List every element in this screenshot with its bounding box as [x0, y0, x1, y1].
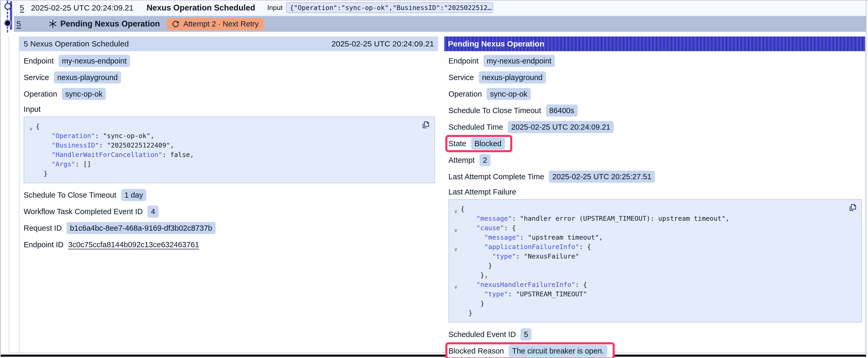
field-row-endpoint-id: Endpoint ID3c0c75ccfa8144b092c13ce632463… — [24, 238, 437, 251]
copy-icon — [421, 120, 430, 130]
field-row-scheduled-event-id: Scheduled Event ID5 — [448, 328, 864, 340]
code-gutter — [451, 301, 461, 311]
field-label-endpoint-id: Endpoint ID — [24, 240, 64, 249]
field-label-last-attempt-complete-time: Last Attempt Complete Time — [448, 172, 544, 181]
collapse-chevron-icon[interactable]: ∨ — [451, 226, 461, 235]
code-text: "Args": [] — [36, 160, 91, 169]
code-text: "BusinessID": "20250225122409", — [36, 141, 174, 150]
field-label-scheduled-event-id: Scheduled Event ID — [448, 330, 516, 339]
code-line: ∨ "cause": { — [451, 223, 856, 233]
field-row-endpoint: Endpointmy-nexus-endpoint — [448, 55, 864, 67]
field-label-attempt: Attempt — [448, 156, 475, 165]
field-label-workflow-task-completed-event-id: Workflow Task Completed Event ID — [24, 207, 143, 216]
code-text: "message": "upstream timeout", — [461, 233, 603, 242]
code-text: { — [36, 122, 40, 131]
pending-panel-header: Pending Nexus Operation — [444, 36, 865, 51]
scheduled-panel-header: 5 Nexus Operation Scheduled 2025-02-25 U… — [20, 36, 438, 51]
code-text: "Operation": "sync-op-ok", — [36, 131, 154, 141]
code-text: "HandlerWaitForCancellation": false, — [36, 150, 194, 160]
copy-icon — [848, 203, 857, 212]
code-text: }, — [461, 270, 488, 280]
event-timestamp: 2025-02-25 UTC 20:24:09.21 — [31, 3, 133, 12]
field-value-badge-workflow-task-completed-event-id: 4 — [147, 205, 158, 218]
field-label-service: Service — [24, 73, 49, 82]
code-line: } — [451, 261, 856, 270]
field-label-operation: Operation — [24, 90, 57, 98]
code-line: "message": "handler error (UPSTREAM_TIME… — [451, 214, 856, 223]
code-line: "message": "upstream timeout", — [451, 233, 856, 242]
field-value-badge-schedule-to-close-timeout: 86400s — [546, 104, 578, 117]
code-gutter — [26, 162, 36, 171]
code-text: "type": "UPSTREAM_TIMEOUT" — [461, 290, 587, 299]
field-label-operation: Operation — [448, 90, 482, 98]
field-value-badge-request-id: b1c6a4bc-8ee7-468a-9169-df3b02c8737b — [66, 222, 216, 234]
json-code-block: ∨{ "Operation": "sync-op-ok", "BusinessI… — [24, 117, 435, 183]
copy-button[interactable] — [421, 120, 430, 130]
code-text: "applicationFailureInfo": { — [461, 242, 591, 252]
copy-button[interactable] — [848, 203, 857, 213]
code-gutter — [451, 311, 461, 320]
field-value-badge-service: nexus-playground — [54, 71, 121, 84]
code-gutter — [26, 134, 36, 143]
code-text: "message": "handler error (UPSTREAM_TIME… — [461, 214, 730, 223]
timeline-event-marker-open — [4, 3, 11, 10]
code-gutter — [451, 292, 461, 301]
field-row-operation: Operationsync-op-ok — [448, 88, 864, 100]
pending-panel-fields: Endpointmy-nexus-endpointServicenexus-pl… — [444, 51, 865, 358]
timeline-event-marker-current — [5, 21, 10, 26]
field-value-badge-schedule-to-close-timeout: 1 day — [121, 189, 147, 201]
scheduled-panel-title: 5 Nexus Operation Scheduled — [24, 39, 129, 48]
field-value-badge-operation: sync-op-ok — [62, 88, 106, 100]
code-line: ∨ "applicationFailureInfo": { — [451, 242, 856, 252]
field-label-schedule-to-close-timeout: Schedule To Close Timeout — [24, 191, 116, 199]
field-value-badge-blocked-reason: The circuit breaker is open. — [508, 345, 608, 357]
code-line: "type": "UPSTREAM_TIMEOUT" — [451, 290, 856, 299]
event-row-nexus-operation-scheduled[interactable]: 5 2025-02-25 UTC 20:24:09.21 Nexus Opera… — [14, 1, 867, 15]
event-title: Pending Nexus Operation — [60, 19, 160, 29]
field-value-badge-service: nexus-playground — [479, 71, 546, 84]
field-label-input: Input — [24, 104, 437, 114]
code-text: "type": "NexusFailure" — [461, 252, 579, 261]
scheduled-panel-fields: Endpointmy-nexus-endpointServicenexus-pl… — [20, 51, 438, 251]
field-row-service: Servicenexus-playground — [24, 71, 437, 84]
field-label-last-attempt-failure: Last Attempt Failure — [448, 187, 864, 197]
field-value-badge-last-attempt-complete-time: 2025-02-25 UTC 20:25:27.51 — [549, 171, 655, 183]
field-value-link-endpoint-id[interactable]: 3c0c75ccfa8144b092c13ce632463761 — [68, 240, 199, 249]
field-row-blocked-reason-highlighted: Blocked ReasonThe circuit breaker is ope… — [448, 345, 608, 357]
code-gutter — [451, 263, 461, 273]
code-gutter — [26, 171, 36, 181]
field-label-schedule-to-close-timeout: Schedule To Close Timeout — [448, 106, 541, 115]
collapse-chevron-icon[interactable]: ∨ — [26, 124, 36, 134]
field-row-last-attempt-complete-time: Last Attempt Complete Time2025-02-25 UTC… — [448, 171, 864, 183]
field-value-badge-scheduled-time: 2025-02-25 UTC 20:24:09.21 — [508, 121, 614, 133]
code-text: { — [461, 204, 464, 214]
event-id-link[interactable]: 5 — [20, 3, 24, 12]
code-text: } — [461, 308, 472, 318]
field-label-endpoint: Endpoint — [448, 57, 479, 65]
field-label-blocked-reason: Blocked Reason — [448, 347, 504, 355]
event-row-pending-nexus-operation[interactable]: 5 Pending Nexus Operation Attempt 2 · Ne… — [14, 16, 867, 32]
code-text: "nexusHandlerFailureInfo": { — [461, 280, 587, 290]
code-line: }, — [451, 270, 856, 280]
event-input-preview-chip[interactable]: {"Operation":"sync-op-ok","BusinessID":"… — [286, 2, 493, 13]
collapse-chevron-icon[interactable]: ∨ — [451, 245, 461, 254]
json-code-block: ∨{ "message": "handler error (UPSTREAM_T… — [448, 199, 862, 323]
field-row-state-highlighted: StateBlocked — [448, 137, 505, 150]
code-gutter — [26, 153, 36, 162]
field-row-schedule-to-close-timeout: Schedule To Close Timeout86400s — [448, 104, 864, 117]
field-row-request-id: Request IDb1c6a4bc-8ee7-468a-9169-df3b02… — [24, 222, 437, 234]
collapse-chevron-icon[interactable]: ∨ — [451, 207, 461, 216]
code-text: } — [36, 169, 48, 178]
scheduled-event-detail-panel: 5 Nexus Operation Scheduled 2025-02-25 U… — [19, 36, 438, 353]
code-text: "cause": { — [461, 223, 516, 233]
retry-icon — [172, 20, 180, 28]
code-gutter — [451, 254, 461, 263]
temporal-event-history-screen: 5 2025-02-25 UTC 20:24:09.21 Nexus Opera… — [0, 0, 868, 358]
attempt-retry-text: Attempt 2 · Next Retry — [183, 20, 259, 28]
code-line: } — [26, 169, 429, 178]
field-value-badge-state: Blocked — [471, 137, 505, 150]
code-line: ∨{ — [26, 122, 429, 131]
collapse-chevron-icon[interactable]: ∨ — [451, 283, 461, 292]
scrollbar-gutter[interactable] — [866, 1, 868, 358]
event-id-link[interactable]: 5 — [17, 20, 21, 28]
